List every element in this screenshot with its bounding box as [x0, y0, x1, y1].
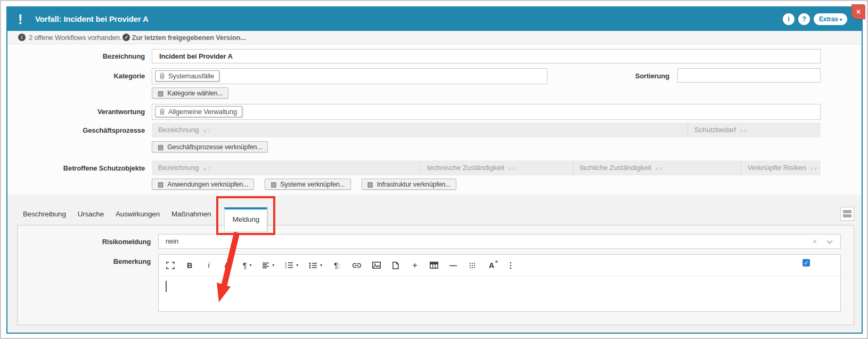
panel-layout-toggle[interactable] [840, 207, 854, 221]
italic-icon[interactable]: i [204, 261, 213, 270]
sort-icon: ∧∨ [740, 128, 748, 133]
row-bar [843, 214, 851, 217]
chevron-down-icon: ▾ [296, 263, 298, 268]
column-label: Bezeichnung [158, 126, 199, 134]
close-button[interactable]: × [851, 4, 865, 19]
column-header-bezeichnung[interactable]: Bezeichnung▲▽ [152, 123, 688, 138]
unordered-list-dropdown[interactable]: ▾ [309, 262, 322, 269]
info-icon: i [18, 34, 26, 41]
vorfall-window: ! Vorfall: Incident bei Provider A i ? E… [6, 6, 863, 334]
trash-icon[interactable] [159, 72, 165, 79]
tab-ursache[interactable]: Ursache [72, 204, 110, 225]
verantwortung-label: Verantwortung [17, 108, 145, 116]
sortierung-label: Sortierung [583, 72, 669, 80]
special-characters-icon[interactable] [468, 262, 477, 269]
info-button[interactable]: i [783, 13, 795, 25]
anwendungen-verknuepfen-label: Anwendungen verknüpfen... [167, 181, 248, 188]
fullscreen-icon[interactable] [166, 262, 175, 269]
trash-icon[interactable] [159, 108, 165, 115]
ordered-list-dropdown[interactable]: 123▾ [285, 262, 298, 269]
bemerkung-checkbox[interactable]: ✓ [803, 259, 810, 267]
sortierung-input[interactable] [677, 68, 821, 83]
alignment-dropdown[interactable]: ▾ [262, 262, 274, 269]
list-icon: ▤ [271, 181, 276, 188]
image-icon[interactable] [372, 262, 381, 269]
risikomeldung-label: Risikomeldung [28, 238, 151, 246]
chevron-down-icon: ▾ [272, 263, 274, 268]
anwendungen-verknuepfen-button[interactable]: ▤ Anwendungen verknüpfen... [152, 179, 254, 190]
more-options-icon[interactable]: ⋮ [506, 261, 515, 270]
systeme-verknuepfen-button[interactable]: ▤ Systeme verknüpfen... [265, 179, 350, 190]
list-icon: ▤ [158, 181, 163, 188]
svg-text:3: 3 [285, 267, 287, 269]
chevron-down-icon: ▾ [320, 263, 322, 268]
insert-plus-icon[interactable]: + [411, 260, 419, 271]
verantwortung-chip-label: Allgemeine Verwaltung [168, 108, 237, 116]
meldung-panel: Risikomeldung nein × Bemerkung B i A: ¶▾… [17, 225, 854, 325]
paragraph-format-dropdown[interactable]: ¶▾ [243, 261, 251, 270]
table-icon[interactable] [430, 262, 438, 269]
sort-icon: ▲▽ [202, 166, 211, 171]
kategorie-label: Kategorie [17, 72, 145, 80]
sort-icon: ∧∨ [655, 166, 663, 171]
column-header-technische-zustaendigkeit[interactable]: technische Zuständigkeit∧∨ [421, 160, 574, 175]
remove-format-icon[interactable]: A× [487, 261, 496, 270]
tab-meldung-label: Meldung [232, 215, 259, 223]
kategorie-waehlen-button[interactable]: ▤ Kategorie wählen... [152, 87, 228, 99]
screen: ! Vorfall: Incident bei Provider A i ? E… [0, 0, 868, 339]
column-label: technische Zuständigkeit [427, 164, 504, 172]
horizontal-line-icon[interactable]: — [449, 261, 457, 270]
column-label: Bezeichnung [158, 164, 199, 172]
chevron-down-icon: ▾ [840, 17, 842, 22]
gp-verknuepfen-label: Geschäftsprozesse verknüpfen... [167, 143, 262, 151]
font-size-icon[interactable]: A: [224, 261, 232, 269]
chevron-down-icon[interactable] [826, 238, 832, 244]
extras-button[interactable]: Extras▾ [814, 13, 847, 25]
window-title: Vorfall: Incident bei Provider A [35, 7, 149, 31]
geschaeftsprozesse-table-header: Bezeichnung▲▽ Schutzbedarf∧∨ [152, 123, 821, 138]
clear-icon[interactable]: × [812, 235, 817, 248]
column-header-bezeichnung[interactable]: Bezeichnung▲▽ [152, 160, 421, 175]
tab-beschreibung[interactable]: Beschreibung [17, 204, 72, 225]
title-bar: ! Vorfall: Incident bei Provider A i ? E… [7, 7, 862, 31]
infrastruktur-verknuepfen-label: Infrastruktur verknüpfen... [377, 181, 451, 188]
bemerkung-label: Bemerkung [28, 257, 151, 265]
infrastruktur-verknuepfen-button[interactable]: ▤ Infrastruktur verknüpfen... [362, 179, 457, 190]
kategorie-input[interactable]: Systemausfälle [152, 68, 547, 84]
column-header-verknuepfte-risiken[interactable]: Verknüpfte Risiken∧∨ [741, 160, 821, 175]
verantwortung-input[interactable]: Allgemeine Verwaltung [152, 104, 821, 120]
column-header-schutzbedarf[interactable]: Schutzbedarf∧∨ [688, 123, 821, 138]
schutzobjekte-label: Betroffene Schutzobjekte [17, 164, 145, 172]
risikomeldung-select[interactable]: nein × [158, 234, 841, 249]
sort-icon: ∧∨ [508, 166, 516, 171]
column-header-fachliche-zustaendigkeit[interactable]: fachliche Zuständigkeit∧∨ [574, 160, 741, 175]
paragraph-options-icon[interactable]: ¶: [333, 261, 341, 270]
kategorie-chip[interactable]: Systemausfälle [155, 70, 219, 82]
warning-icon: ! [18, 7, 22, 31]
list-icon: ▤ [367, 181, 373, 188]
kategorie-waehlen-label: Kategorie wählen... [167, 90, 223, 97]
help-button[interactable]: ? [798, 13, 810, 25]
remove-format-letter: A [489, 261, 494, 270]
remove-format-x: × [495, 259, 498, 264]
version-link[interactable]: Zur letzten freigegebenen Version... [132, 34, 245, 42]
column-label: Schutzbedarf [694, 126, 736, 134]
list-icon: ▤ [158, 90, 163, 97]
bemerkung-text-area[interactable] [159, 276, 840, 311]
bold-icon[interactable]: B [185, 261, 194, 270]
geschaeftsprozesse-verknuepfen-button[interactable]: ▤ Geschäftsprozesse verknüpfen... [152, 141, 268, 152]
document-icon[interactable] [391, 262, 400, 269]
editor-toolbar: B i A: ¶▾ ▾ 123▾ ▾ ¶: + — A× ⋮ [159, 255, 840, 276]
chevron-down-icon: ▾ [249, 263, 251, 268]
geschaeftsprozesse-label: Geschäftsprozesse [17, 126, 145, 134]
tab-auswirkungen[interactable]: Auswirkungen [110, 204, 166, 225]
link-icon[interactable] [352, 263, 362, 268]
bezeichnung-input[interactable]: Incident bei Provider A [152, 49, 821, 63]
extras-label: Extras [819, 15, 838, 23]
paragraph-icon: ¶ [243, 261, 247, 270]
tab-meldung[interactable]: Meldung [224, 207, 267, 231]
verantwortung-chip[interactable]: Allgemeine Verwaltung [155, 106, 242, 117]
schutzobjekte-table-header: Bezeichnung▲▽ technische Zuständigkeit∧∨… [152, 160, 821, 175]
sort-icon: ∧∨ [810, 166, 818, 171]
tab-massnahmen[interactable]: Maßnahmen [166, 204, 217, 225]
